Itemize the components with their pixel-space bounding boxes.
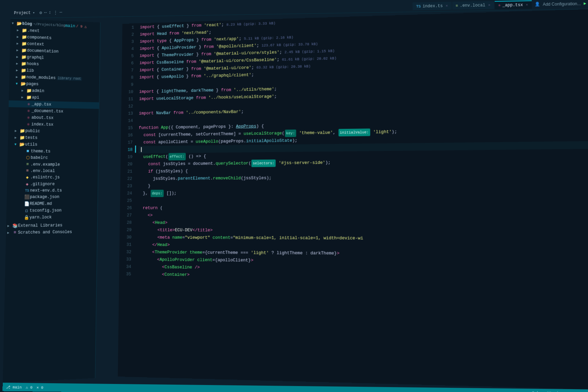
tree-item-eslintrc[interactable]: ◆ .eslintrc.js	[7, 174, 98, 181]
label-next-env: next-env.d.ts	[30, 188, 62, 193]
label-hooks: hooks	[27, 62, 39, 66]
label-document-tsx: _document.tsx	[31, 108, 63, 114]
code-line-28: <Head>	[138, 219, 588, 227]
label-babelrc: babelrc	[31, 155, 48, 160]
user-icon: 👤	[534, 2, 540, 7]
title-bar-icon-minimize[interactable]: —	[59, 10, 62, 15]
label-utils: utils	[25, 142, 37, 147]
file-icon-index-tsx: ⚛	[26, 121, 31, 127]
label-package-json: package.json	[30, 195, 59, 200]
tree-item-env-local[interactable]: ≡ .env.local	[7, 167, 98, 174]
arrow-graphql: ▶	[16, 55, 21, 59]
status-warnings: ⚠ 0	[26, 385, 33, 390]
label-theme-ts: theme.ts	[31, 149, 50, 154]
label-eslintrc: .eslintrc.js	[30, 175, 59, 180]
git-branch-label: main	[65, 23, 75, 28]
tab-env-local[interactable]: ≡ .env.local ×	[452, 1, 494, 10]
tab-app-tsx[interactable]: ⚛ _app.tsx ×	[495, 0, 532, 9]
file-icon-gitignore: ◈	[24, 181, 30, 187]
folder-icon-hooks: 📁	[21, 61, 27, 66]
title-bar-icon-settings[interactable]: ⚙	[40, 10, 42, 15]
label-graphql: graphql	[27, 55, 44, 60]
file-icon-app-tsx: ⚛	[26, 102, 32, 107]
editor-area: 12345 678910 1112131415 1617181920 21222…	[118, 9, 588, 390]
arrow-lib: ▶	[16, 68, 21, 72]
title-bar-icon-split[interactable]: ↕	[49, 10, 51, 15]
branch-label: ~/Projects/blog	[33, 22, 65, 27]
tree-item-gitignore[interactable]: ◈ .gitignore	[7, 181, 98, 188]
label-node-modules: node_modules	[26, 75, 56, 80]
code-line-25	[138, 196, 588, 204]
tree-item-package-json[interactable]: ⬛ package.json	[7, 194, 98, 201]
title-bar-icon-more[interactable]: ⋮	[53, 10, 58, 15]
file-icon-readme: 📄	[24, 201, 30, 207]
tree-item-theme-ts[interactable]: ■ theme.ts	[8, 148, 98, 155]
tab-close-index-ts[interactable]: ×	[446, 4, 448, 8]
label-index-tsx: index.tsx	[31, 122, 53, 127]
folder-icon-utils: 📂	[19, 142, 25, 147]
tree-item-scratches[interactable]: ▶ ≡ Scratches and Consoles	[6, 229, 97, 236]
tree-item-next-env[interactable]: TS next-env.d.ts	[7, 188, 98, 194]
file-icon-tsconfig: ◻	[24, 208, 30, 214]
label-lib: lib	[27, 68, 34, 73]
label-tsconfig: tsconfig.json	[30, 208, 62, 213]
file-icon-package-json: ⬛	[24, 194, 30, 200]
add-configuration-button[interactable]: Add Configuration...	[543, 1, 581, 7]
title-bar-icon-expand[interactable]: ↔	[44, 10, 47, 15]
folder-icon-public: 📁	[19, 128, 25, 134]
label-readme: README.md	[30, 201, 52, 206]
folder-icon-node-modules: 📁	[20, 75, 26, 80]
status-branch: ⎇ main	[6, 385, 22, 390]
label-about-tsx: about.tsx	[31, 115, 54, 120]
label-tests: tests	[25, 135, 37, 140]
tree-item-utils[interactable]: ▼ 📂 utils	[8, 141, 98, 149]
tree-item-babelrc[interactable]: ⬡ babelrc	[7, 154, 98, 161]
editor-tabs: TS index.ts × ≡ .env.local × ⚛ _app.tsx …	[413, 0, 532, 10]
label-gitignore: .gitignore	[30, 182, 55, 187]
tab-label-index-ts: index.ts	[422, 4, 443, 9]
label-env-example: .env.example	[30, 162, 60, 167]
code-line-27: <>	[138, 212, 588, 220]
folder-icon-pages: 📂	[20, 81, 26, 87]
code-content[interactable]: import { useEffect } from 'react'; 8.23 …	[133, 9, 588, 390]
project-label: Project	[14, 10, 31, 15]
arrow-external-libs: ▶	[7, 224, 12, 228]
project-dropdown-arrow[interactable]: ▾	[33, 10, 35, 15]
label-app-tsx: _app.tsx	[32, 102, 51, 107]
tab-close-env-local[interactable]: ×	[488, 3, 491, 7]
label-env-local: .env.local	[30, 168, 55, 173]
arrow-documentation: ▶	[16, 48, 21, 52]
tab-label-env-local: .env.local	[460, 3, 485, 8]
tab-close-app-tsx[interactable]: ×	[526, 3, 528, 7]
file-icon-env-local: ≡	[24, 168, 30, 174]
label-documentation: documentation	[27, 48, 59, 54]
env-icon: ≡	[456, 4, 458, 8]
tree-item-yarn-lock[interactable]: 🔒 yarn.lock	[6, 214, 97, 221]
tree-item-readme[interactable]: 📄 README.md	[7, 200, 98, 207]
folder-icon-next: 📁	[21, 28, 27, 33]
folder-icon-scratches: ≡	[12, 230, 18, 235]
arrow-pages: ▼	[16, 82, 20, 86]
arrow-admin: ▶	[21, 89, 26, 93]
tree-item-tsconfig[interactable]: ◻ tsconfig.json	[6, 207, 97, 214]
editor-content: 12345 678910 1112131415 1617181920 21222…	[118, 9, 588, 390]
expand-arrow: ▼	[12, 21, 16, 25]
git-changes-label: / 9 △	[76, 24, 87, 28]
file-tree-sidebar: ▼ 📂 blog ~/Projects/blog main / 9 △ ▶ 📁 …	[3, 19, 100, 383]
file-icon-document-tsx: ⚛	[26, 108, 31, 114]
file-icon-yarn-lock: 🔒	[23, 215, 29, 220]
arrow-api: ▶	[21, 95, 26, 99]
file-icon-theme-ts: ■	[25, 148, 31, 154]
status-errors: ✕ 0	[36, 385, 43, 390]
label-admin: admin	[32, 89, 44, 93]
folder-icon-blog: 📂	[16, 21, 22, 27]
main-content: ▼ 📂 blog ~/Projects/blog main / 9 △ ▶ 📁 …	[3, 9, 588, 390]
ide-window: Project ▾ ⚙ ↔ ↕ ⋮ — TS index.ts × ≡ .env…	[2, 0, 588, 392]
title-bar-right: 👤 Add Configuration... ▶	[534, 1, 586, 7]
label-yarn-lock: yarn.lock	[29, 215, 52, 220]
label-scratches: Scratches and Consoles	[18, 230, 72, 235]
run-button[interactable]: ▶	[583, 1, 586, 6]
tree-item-env-example[interactable]: ≡ .env.example	[7, 161, 98, 168]
tab-index-ts[interactable]: TS index.ts ×	[413, 2, 451, 10]
label-components: components	[27, 35, 52, 41]
